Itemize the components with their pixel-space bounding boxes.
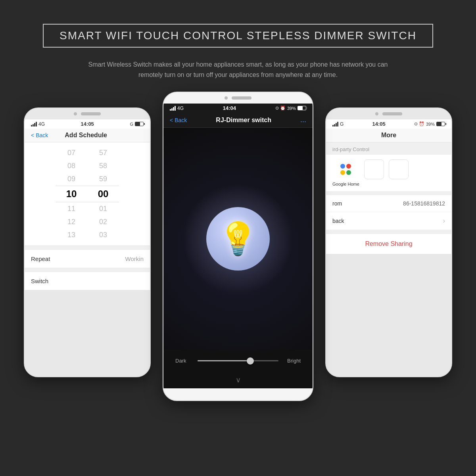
right-phone-topbar xyxy=(326,108,451,119)
bulb-circle: 💡 xyxy=(206,207,270,271)
phone-left: 4G 14:05 G < Back Add Schedule 07 08 09 … xyxy=(24,107,151,377)
light-glow: 💡 xyxy=(198,199,278,278)
empty-third-party xyxy=(364,159,384,186)
left-phone-topbar xyxy=(25,108,150,119)
center-status-bar: 4G 14:04 ⊙ ⏰ 39% xyxy=(163,104,313,113)
back-label: back xyxy=(332,218,344,224)
right-nav-title: More xyxy=(352,132,425,139)
info-section: rom 86-15816819812 back › xyxy=(326,195,451,230)
chevron-right-icon: › xyxy=(443,217,445,225)
phone-right: G 14:05 ⊙ ⏰ 39% More ird-party Control xyxy=(325,107,452,377)
center-camera xyxy=(225,96,228,100)
google-home-item[interactable]: Google Home xyxy=(332,159,359,186)
header: SMART WIFI TOUCH CONTROL STEPLESS DIMMER… xyxy=(0,0,476,92)
center-speaker xyxy=(232,96,251,100)
page-subtitle: Smart Wireless Switch makes all your hom… xyxy=(79,60,397,80)
slider-fill xyxy=(198,360,250,361)
center-battery xyxy=(298,106,306,110)
slider-thumb[interactable] xyxy=(247,357,254,365)
left-signal xyxy=(31,122,37,127)
switch-row[interactable]: Switch xyxy=(25,272,150,290)
remove-sharing-button[interactable]: Remove Sharing xyxy=(365,240,412,247)
center-phone-topbar xyxy=(163,92,313,104)
dot-red xyxy=(346,164,351,169)
left-speaker xyxy=(81,112,101,115)
right-network: G xyxy=(340,121,344,127)
third-party-section: Google Home xyxy=(326,155,451,191)
minute-column: 57 58 59 00 01 02 03 xyxy=(87,146,119,242)
repeat-row[interactable]: Repeat Workin xyxy=(25,250,150,268)
back-row[interactable]: back › xyxy=(326,212,451,230)
left-status-bar: 4G 14:05 G xyxy=(25,119,150,129)
time-picker[interactable]: 07 08 09 10 11 12 13 57 58 59 00 01 02 0… xyxy=(25,142,150,246)
remove-sharing-section: Remove Sharing xyxy=(326,234,451,254)
center-battery-text: 39% xyxy=(287,106,296,111)
right-battery-text: 39% xyxy=(426,122,435,127)
left-battery xyxy=(135,122,144,126)
right-time: 14:05 xyxy=(372,121,386,127)
center-more-button[interactable]: ... xyxy=(300,116,306,124)
phones-container: 4G 14:05 G < Back Add Schedule 07 08 09 … xyxy=(0,92,476,409)
center-nav: < Back RJ-Dimmer switch ... xyxy=(163,113,313,128)
center-nav-title: RJ-Dimmer switch xyxy=(187,117,300,124)
phone-label: rom xyxy=(332,200,342,207)
dark-label: Dark xyxy=(175,358,191,364)
right-signal xyxy=(332,122,338,127)
center-signal xyxy=(170,106,176,111)
left-camera xyxy=(74,112,77,115)
bulb-icon: 💡 xyxy=(218,220,258,257)
dot-yellow xyxy=(340,170,345,175)
title-box: SMART WIFI TOUCH CONTROL STEPLESS DIMMER… xyxy=(43,24,433,48)
center-time: 14:04 xyxy=(223,105,236,111)
brightness-slider-area: Dark Bright xyxy=(163,350,313,372)
left-nav-title: Add Schedule xyxy=(48,132,124,139)
google-dots xyxy=(340,164,351,175)
dot-green xyxy=(346,170,351,175)
schedule-content: 07 08 09 10 11 12 13 57 58 59 00 01 02 0… xyxy=(25,142,150,290)
phone-row: rom 86-15816819812 xyxy=(326,195,451,212)
center-network: 4G xyxy=(177,106,184,111)
google-home-label: Google Home xyxy=(332,182,359,186)
left-back-button[interactable]: < Back xyxy=(31,132,48,138)
left-nav: < Back Add Schedule xyxy=(25,129,150,142)
right-speaker xyxy=(382,112,402,115)
repeat-value: Workin xyxy=(125,255,144,262)
left-network: 4G xyxy=(38,121,45,127)
center-back-button[interactable]: < Back xyxy=(170,117,187,123)
right-nav: More xyxy=(326,129,451,142)
hour-column: 07 08 09 10 11 12 13 xyxy=(56,146,87,242)
dot-blue xyxy=(340,164,345,169)
google-home-logo xyxy=(336,159,356,179)
phone-value: 86-15816819812 xyxy=(403,200,445,207)
switch-label: Switch xyxy=(31,278,48,284)
right-camera xyxy=(375,112,378,115)
section-header: ird-party Control xyxy=(326,142,451,155)
brightness-slider[interactable] xyxy=(198,360,278,361)
repeat-label: Repeat xyxy=(31,255,50,262)
right-status-bar: G 14:05 ⊙ ⏰ 39% xyxy=(326,119,451,129)
dimmer-screen: 💡 xyxy=(163,128,313,350)
empty-slot-2 xyxy=(389,159,409,179)
empty-third-party-2 xyxy=(389,159,409,186)
right-battery xyxy=(436,122,445,126)
phone-center: 4G 14:04 ⊙ ⏰ 39% < Back RJ-Dimmer switch… xyxy=(163,92,313,401)
empty-slot xyxy=(364,159,384,179)
bottom-arrow[interactable]: ∨ xyxy=(163,372,313,388)
bright-label: Bright xyxy=(285,358,301,364)
page-title: SMART WIFI TOUCH CONTROL STEPLESS DIMMER… xyxy=(60,29,416,42)
left-time: 14:05 xyxy=(81,121,94,127)
more-content: ird-party Control Google Home xyxy=(326,142,451,254)
